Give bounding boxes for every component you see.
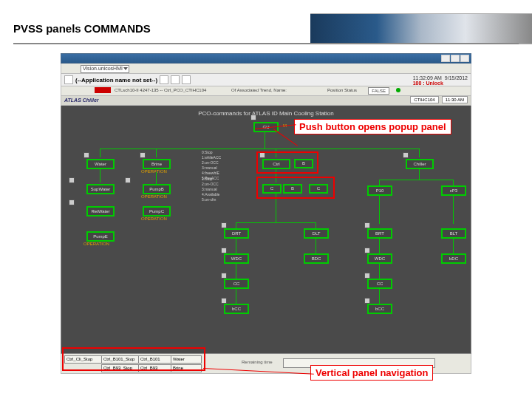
node-water[interactable]: Water [86, 159, 115, 169]
node-blt[interactable]: BLT [441, 228, 466, 239]
node-retwater[interactable]: RetWater [86, 206, 115, 216]
clock-label: 11:32:09 AM [413, 75, 442, 81]
connector [453, 180, 454, 185]
node-bcc[interactable]: bCC [224, 304, 249, 314]
tool-button[interactable] [160, 75, 168, 84]
toolbar-row-1: Vision.unicosHMI [61, 64, 471, 74]
expand-icon[interactable] [364, 273, 370, 279]
node-pumpc[interactable]: PumpC [143, 206, 171, 216]
slide-title: PVSS panels COMMANDS [13, 22, 151, 35]
op-label: OPERATION [141, 216, 167, 221]
expand-icon[interactable] [250, 115, 256, 120]
status-led-icon [396, 88, 400, 92]
node-pumpb[interactable]: PumpB [143, 184, 171, 194]
node-chiller[interactable]: Chiller [406, 159, 434, 169]
canvas-title: PCO-commands for ATLAS ID Main Cooling S… [61, 110, 471, 117]
diagram-canvas: PCO-commands for ATLAS ID Main Cooling S… [61, 106, 471, 354]
node-drt[interactable]: DRT [224, 228, 249, 239]
sub-header: ATLAS Chiller 11:30 AM CTIHC104 [61, 96, 471, 106]
vision-dropdown[interactable]: Vision.unicosHMI [81, 65, 129, 73]
highlight-box [256, 151, 318, 174]
connector [236, 237, 236, 253]
callout-push: Push button opens popup panel [294, 119, 451, 134]
unlock-label[interactable]: 100 : Unlock [413, 81, 443, 86]
app-name-label: (--Application name not set--) [75, 77, 157, 83]
logo-icon [64, 75, 73, 84]
expand-icon[interactable] [125, 177, 131, 183]
connector [236, 222, 236, 228]
expand-icon[interactable] [364, 298, 370, 304]
node-bdc2[interactable]: bDC [441, 253, 466, 264]
expand-icon[interactable] [221, 248, 227, 253]
op-label: OPERATION [141, 169, 167, 174]
expand-icon[interactable] [83, 152, 89, 158]
remaining-label: Remaining time [242, 360, 273, 364]
expand-icon[interactable] [221, 273, 227, 279]
expand-icon[interactable] [403, 152, 409, 158]
connector [100, 149, 100, 157]
screenshot-window: Vision.unicosHMI (--Application name not… [61, 53, 471, 371]
connector [379, 287, 380, 304]
node-dlt[interactable]: DLT [304, 228, 329, 239]
expand-icon[interactable] [364, 248, 370, 253]
node-brine[interactable]: Brine [143, 159, 171, 169]
minimize-icon[interactable] [441, 55, 450, 62]
sub-time: 11:30 AM [442, 96, 468, 103]
connector [156, 172, 157, 184]
divider [13, 43, 519, 44]
sub-id: CTIHC104 [410, 96, 438, 103]
connector [236, 222, 316, 223]
node-bcc2[interactable]: bCC [367, 304, 392, 314]
connector [316, 237, 316, 253]
connector [379, 237, 380, 253]
alarm-indicator[interactable] [95, 87, 111, 93]
close-icon[interactable] [460, 55, 469, 62]
date-label: 9/15/2012 [445, 75, 468, 81]
connector [236, 287, 236, 304]
node-brt[interactable]: BRT [367, 228, 392, 239]
connector [236, 262, 236, 279]
pos-status-label: Position Status [327, 88, 357, 92]
assoc-label: Of Associated Trend, Name: [231, 88, 287, 92]
expand-icon[interactable] [364, 222, 370, 228]
connector [379, 180, 380, 185]
connector [379, 194, 380, 224]
tool-button[interactable] [182, 75, 191, 84]
path-label: CTLsch10-II 4247-135 -- Ctrl_PCO_CTIHC10… [115, 88, 206, 92]
connector [100, 149, 419, 149]
expand-icon[interactable] [221, 222, 227, 228]
mode-list-2: 1:Stop2:on-OCC3:manual 4:Available5:on-c… [202, 177, 219, 202]
toolbar-row-2: (--Application name not set--) 11:32:09 … [61, 74, 471, 86]
connector [379, 180, 453, 180]
brand-label: ATLAS [64, 98, 81, 103]
node-cc[interactable]: CC [224, 279, 249, 289]
node-p03[interactable]: cP3 [441, 185, 466, 196]
tool-button[interactable] [171, 75, 180, 84]
toolbar-row-3: CTLsch10-II 4247-135 -- Ctrl_PCO_CTIHC10… [61, 86, 471, 96]
node-pumpe[interactable]: PumpE [86, 231, 115, 242]
highlight-box [256, 177, 335, 199]
connector [100, 168, 100, 183]
connector [419, 149, 420, 157]
node-supwater[interactable]: SupWater [86, 184, 115, 194]
status-field: FALSE [368, 87, 389, 95]
window-titlebar[interactable] [61, 53, 471, 64]
node-cc2[interactable]: CC [367, 279, 392, 289]
decorative-banner [310, 13, 532, 44]
expand-icon[interactable] [69, 200, 75, 205]
connector [453, 237, 454, 253]
op-label: OPERATION [141, 194, 167, 199]
maximize-icon[interactable] [451, 55, 460, 62]
expand-icon[interactable] [221, 298, 227, 304]
node-wdc2[interactable]: WDC [367, 253, 392, 264]
highlight-box-nav [62, 347, 205, 371]
node-p10[interactable]: P10 [367, 185, 392, 196]
panel-name-label: Chiller [83, 98, 99, 103]
expand-icon[interactable] [140, 152, 146, 158]
connector [453, 194, 454, 224]
connector [265, 131, 265, 149]
connector [316, 222, 316, 228]
node-wdc[interactable]: WDC [224, 253, 249, 264]
node-bdc[interactable]: BDC [304, 253, 329, 264]
expand-icon[interactable] [69, 177, 75, 183]
